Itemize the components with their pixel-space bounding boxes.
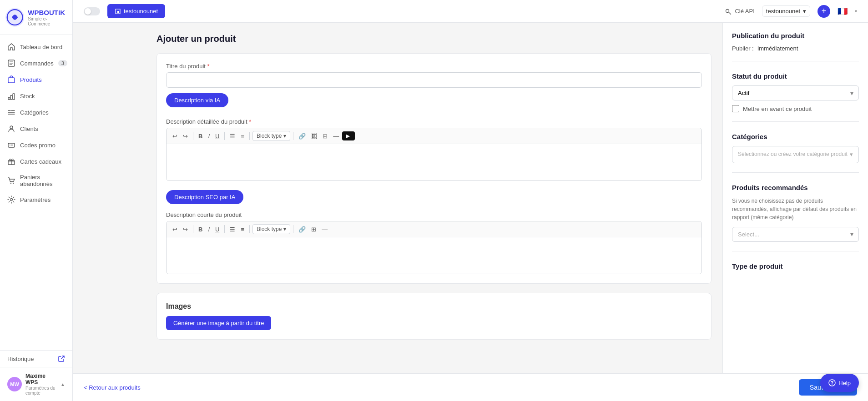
- recommended-select[interactable]: Select...: [732, 227, 859, 242]
- bullet-list-button[interactable]: ☰: [227, 131, 237, 141]
- sidebar-label-categories: Catégories: [20, 109, 49, 116]
- table-button-1[interactable]: ⊞: [320, 131, 330, 141]
- sidebar-item-tableau[interactable]: Tableau de bord: [0, 39, 72, 55]
- svg-rect-5: [8, 97, 10, 100]
- language-flag[interactable]: 🇫🇷: [838, 6, 848, 16]
- topbar-user[interactable]: testounounet ▾: [762, 5, 810, 17]
- redo-button[interactable]: ↪: [181, 131, 190, 141]
- redo-button-2[interactable]: ↪: [181, 225, 190, 234]
- underline-button-2[interactable]: U: [213, 225, 222, 234]
- product-type-section: Type de produit: [732, 262, 859, 285]
- toolbar-sep-7: [249, 225, 250, 233]
- toolbar-sep-3: [249, 132, 250, 140]
- user-avatar: MW: [7, 377, 22, 391]
- undo-button[interactable]: ↩: [170, 131, 180, 141]
- toolbar-sep-2: [224, 132, 225, 140]
- detailed-desc-label: Description détaillée du produit *: [166, 118, 702, 125]
- undo-button-2[interactable]: ↩: [170, 225, 180, 234]
- table-button-2[interactable]: ⊞: [309, 225, 318, 234]
- sidebar-label-commandes: Commandes: [20, 60, 54, 67]
- back-to-products-link[interactable]: < Retour aux produits: [84, 384, 141, 391]
- recommended-title: Produits recommandés: [732, 184, 859, 191]
- toolbar-sep-1: [193, 132, 193, 140]
- product-title-input[interactable]: [166, 72, 702, 88]
- topbar-user-label: testounounet: [766, 8, 800, 15]
- categories-chevron-icon: ▾: [850, 151, 853, 158]
- preview-button[interactable]: testounounet: [107, 4, 165, 18]
- product-type-title: Type de produit: [732, 262, 859, 270]
- main-area: Ajouter un produit Titre du produit * De…: [146, 23, 868, 401]
- italic-button-2[interactable]: I: [206, 225, 212, 234]
- orders-icon: [7, 59, 15, 67]
- desc-ia-button[interactable]: Description via IA: [166, 93, 228, 107]
- sidebar-item-clients[interactable]: Clients: [0, 120, 72, 137]
- hr-button-2[interactable]: —: [319, 225, 330, 234]
- external-link-icon: [58, 355, 65, 362]
- products-icon: [7, 75, 15, 84]
- block-type-select-2[interactable]: Block type ▾: [252, 224, 290, 234]
- italic-button[interactable]: I: [206, 131, 212, 141]
- svg-point-11: [10, 183, 11, 184]
- logo-sub: Simple e-Commerce: [28, 16, 67, 26]
- add-button[interactable]: +: [818, 5, 830, 18]
- bullet-list-button-2[interactable]: ☰: [227, 225, 237, 234]
- ordered-list-button[interactable]: ≡: [238, 131, 247, 141]
- generate-image-button[interactable]: Générer une image à partir du titre: [166, 316, 271, 330]
- underline-button[interactable]: U: [213, 131, 222, 141]
- historique-section[interactable]: Historique: [0, 350, 72, 367]
- link-button-1[interactable]: 🔗: [296, 131, 308, 141]
- external-preview-icon: [115, 8, 121, 15]
- video-button[interactable]: ▶: [342, 131, 355, 140]
- link-button-2[interactable]: 🔗: [296, 225, 308, 234]
- sidebar-item-codes[interactable]: Codes promo: [0, 137, 72, 153]
- detailed-desc-body[interactable]: [167, 144, 701, 180]
- toolbar-sep-8: [293, 225, 293, 233]
- categories-icon: [7, 108, 15, 116]
- ordered-list-button-2[interactable]: ≡: [238, 225, 247, 234]
- sidebar-item-categories[interactable]: Catégories: [0, 104, 72, 120]
- help-icon: [828, 379, 836, 386]
- settings-icon: [7, 195, 15, 204]
- feature-row: Mettre en avant ce produit: [732, 105, 859, 112]
- short-desc-label: Description courte du produit: [166, 211, 702, 218]
- feature-checkbox[interactable]: [732, 105, 739, 112]
- block-type-select-1[interactable]: Block type ▾: [252, 131, 290, 141]
- sidebar: WPBOUTIK Simple e-Commerce Tableau de bo…: [0, 0, 73, 401]
- publish-label: Publier :: [732, 45, 754, 52]
- publish-value: Immédiatement: [757, 45, 798, 52]
- sidebar-item-commandes[interactable]: Commandes 3: [0, 55, 72, 71]
- toggle-knob: [85, 8, 91, 15]
- short-desc-body[interactable]: [167, 237, 701, 274]
- short-desc-editor: ↩ ↪ B I U ☰ ≡ Block type ▾ 🔗: [166, 221, 702, 274]
- api-key-section[interactable]: Clé API: [725, 8, 754, 15]
- sidebar-item-parametres[interactable]: Paramètres: [0, 191, 72, 208]
- user-section[interactable]: MW Maxime WPS Paramètres du compte ▲: [0, 367, 72, 401]
- bold-button-2[interactable]: B: [196, 225, 205, 234]
- seo-ia-button[interactable]: Description SEO par IA: [166, 190, 243, 204]
- images-title: Images: [166, 302, 702, 311]
- recommended-select-wrapper: Select...: [732, 227, 859, 242]
- sidebar-item-paniers[interactable]: Paniers abandonnés: [0, 170, 72, 191]
- block-type-chevron-icon-2: ▾: [283, 226, 286, 232]
- categories-select[interactable]: Sélectionnez ou créez votre catégorie pr…: [732, 146, 859, 163]
- sidebar-item-stock[interactable]: Stock: [0, 88, 72, 104]
- toolbar-sep-4: [293, 132, 293, 140]
- categories-placeholder: Sélectionnez ou créez votre catégorie pr…: [738, 151, 848, 158]
- statut-select[interactable]: Actif Inactif Brouillon: [732, 85, 859, 100]
- sidebar-label-parametres: Paramètres: [20, 196, 50, 203]
- codes-icon: [7, 141, 15, 149]
- sidebar-item-produits[interactable]: Produits: [0, 71, 72, 88]
- stock-icon: [7, 92, 15, 100]
- topbar-toggle[interactable]: [84, 7, 100, 15]
- page-title: Ajouter un produit: [156, 34, 712, 44]
- bold-button[interactable]: B: [196, 131, 205, 141]
- feature-label: Mettre en avant ce produit: [743, 105, 812, 112]
- sidebar-item-cartes[interactable]: Cartes cadeaux: [0, 153, 72, 170]
- hr-button-1[interactable]: —: [331, 131, 341, 141]
- commandes-badge: 3: [58, 60, 67, 66]
- product-title-card: Titre du produit * Description via IA De…: [156, 53, 712, 284]
- image-button[interactable]: 🖼: [309, 131, 319, 141]
- help-button[interactable]: Help: [820, 374, 859, 392]
- statut-title: Statut du produit: [732, 72, 859, 80]
- user-name: Maxime WPS: [25, 373, 57, 386]
